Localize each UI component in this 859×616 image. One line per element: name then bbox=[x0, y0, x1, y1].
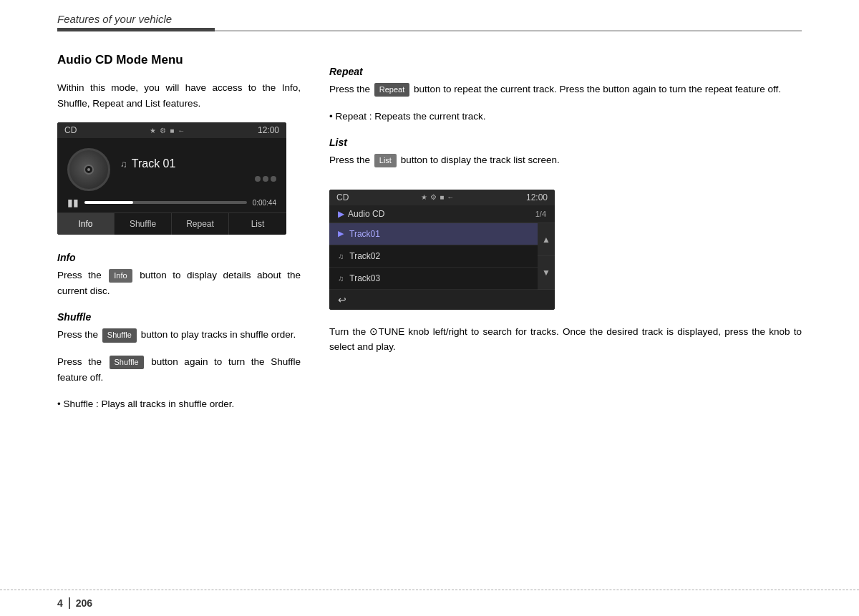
repeat-text1: Press the bbox=[329, 84, 370, 94]
cds-back-bar: ↩ bbox=[329, 290, 555, 310]
header-divider bbox=[57, 28, 802, 31]
repeat-description: Press the Repeat button to repeat the cu… bbox=[329, 82, 802, 97]
tune-text: Turn the ⊙TUNE knob left/right to search… bbox=[329, 324, 802, 355]
intro-text: Within this mode, you will have access t… bbox=[57, 80, 301, 111]
pause-icon: ▮▮ bbox=[67, 197, 79, 208]
section-title: Audio CD Mode Menu bbox=[57, 53, 301, 67]
cds-audio-text: Audio CD bbox=[348, 209, 384, 219]
cds-tracks-list: ▶ Track01 ♫ Track02 ♫ Track03 bbox=[329, 223, 538, 290]
left-column: Audio CD Mode Menu Within this mode, you… bbox=[57, 53, 301, 424]
cds-time: 12:00 bbox=[526, 192, 548, 202]
page-footer: 4 206 bbox=[0, 590, 859, 616]
main-content: Audio CD Mode Menu Within this mode, you… bbox=[0, 31, 859, 452]
cds-note-icon: ♫ bbox=[338, 252, 344, 260]
repeat-badge: Repeat bbox=[374, 83, 409, 97]
cds-label: CD bbox=[336, 192, 349, 202]
page-header: Features of your vehicle bbox=[0, 0, 859, 31]
scroll-down-button[interactable]: ▼ bbox=[538, 256, 555, 290]
cd-progress-fill bbox=[84, 201, 133, 204]
info-description: Press the Info button to display details… bbox=[57, 268, 301, 298]
list-text1: Press the bbox=[329, 155, 370, 165]
repeat-heading: Repeat bbox=[329, 66, 802, 77]
cd-track-label: Track 01 bbox=[132, 157, 176, 170]
list-description: Press the List button to display the tra… bbox=[329, 152, 802, 168]
cds-tracks-area: ▶ Track01 ♫ Track02 ♫ Track03 ▲ ▼ bbox=[329, 223, 555, 290]
cd-time: 12:00 bbox=[258, 125, 279, 135]
cds-track-name: Track02 bbox=[349, 251, 380, 261]
right-column: Repeat Press the Repeat button to repeat… bbox=[329, 53, 802, 424]
cds-track-item[interactable]: ▶ Track01 bbox=[329, 223, 538, 245]
cds-track-item[interactable]: ♫ Track02 bbox=[329, 245, 538, 268]
cds-status-icons: ★ ⚙ ■ ← bbox=[421, 193, 454, 201]
cds-track-name: Track01 bbox=[349, 229, 380, 239]
cd-shuffle-button[interactable]: Shuffle bbox=[115, 213, 172, 235]
shuffle-description1: Press the Shuffle button to play tracks … bbox=[57, 327, 301, 343]
cds-bt-icon: ★ bbox=[421, 193, 427, 201]
arrow-icon: ← bbox=[178, 127, 185, 135]
list-heading: List bbox=[329, 137, 802, 148]
cds-audio-bar: ▶ Audio CD 1/4 bbox=[329, 205, 555, 223]
cds-scrollbar: ▲ ▼ bbox=[538, 223, 555, 290]
info-text1: Press the bbox=[57, 270, 102, 280]
cd-disc-center bbox=[84, 165, 94, 175]
shuffle-badge2: Shuffle bbox=[110, 356, 144, 370]
cd-top-bar: CD ★ ⚙ ■ ← 12:00 bbox=[57, 122, 286, 138]
cds-track-item[interactable]: ♫ Track03 bbox=[329, 268, 538, 290]
header-line-light bbox=[215, 30, 802, 31]
page-title: Features of your vehicle bbox=[57, 13, 802, 28]
cd-progress-bar bbox=[84, 201, 247, 204]
shuffle-badge1: Shuffle bbox=[102, 328, 137, 343]
cd-list-button[interactable]: List bbox=[229, 213, 286, 235]
list-badge: List bbox=[374, 154, 397, 168]
shuffle-heading: Shuffle bbox=[57, 311, 301, 323]
cd-button-bar: Info Shuffle Repeat List bbox=[57, 212, 286, 235]
cds-play-icon: ▶ bbox=[338, 209, 344, 219]
cds-play-icon: ▶ bbox=[338, 229, 344, 238]
settings-icon: ⚙ bbox=[160, 127, 166, 135]
cd-main-area: ♫ Track 01 bbox=[57, 138, 286, 197]
scroll-up-button[interactable]: ▲ bbox=[538, 223, 555, 257]
bluetooth-icon: ★ bbox=[150, 127, 156, 135]
shuffle-text2: button to play tracks in shuffle order. bbox=[141, 329, 296, 340]
signal-icon: ■ bbox=[170, 127, 174, 135]
cds-arr-icon: ← bbox=[447, 193, 454, 201]
shuffle-description2: Press the Shuffle button again to turn t… bbox=[57, 354, 301, 385]
cd-disc-dot bbox=[87, 168, 90, 171]
cd-progress-area: ▮▮ 0:00:44 bbox=[57, 197, 286, 212]
cd-timestamp: 0:00:44 bbox=[253, 199, 276, 207]
cds-track-name: Track03 bbox=[349, 273, 380, 283]
cd-repeat-button[interactable]: Repeat bbox=[172, 213, 229, 235]
cd-label: CD bbox=[64, 125, 77, 135]
footer-chapter: 4 bbox=[57, 597, 70, 609]
cds-set-icon: ⚙ bbox=[430, 193, 437, 201]
header-line-dark bbox=[57, 28, 215, 31]
list-text2: button to display the track list screen. bbox=[401, 155, 560, 165]
repeat-bullet: • Repeat : Repeats the current track. bbox=[329, 109, 802, 124]
cds-top-bar: CD ★ ⚙ ■ ← 12:00 bbox=[329, 190, 555, 205]
shuffle-bullet: • Shuffle : Plays all tracks in shuffle … bbox=[57, 396, 301, 412]
info-badge: Info bbox=[109, 269, 132, 283]
cds-audio-label: ▶ Audio CD bbox=[338, 209, 384, 219]
shuffle-text1: Press the bbox=[57, 329, 98, 340]
cd-track-name: ♫ Track 01 bbox=[120, 157, 276, 170]
info-heading: Info bbox=[57, 252, 301, 263]
cd-screen-list: CD ★ ⚙ ■ ← 12:00 ▶ Audio CD 1/4 bbox=[329, 190, 555, 310]
cd-track-info: ♫ Track 01 bbox=[120, 157, 276, 182]
back-icon[interactable]: ↩ bbox=[338, 294, 346, 305]
cd-disc-graphic bbox=[67, 148, 110, 191]
cds-page: 1/4 bbox=[535, 210, 546, 218]
repeat-text2: button to repeat the current track. Pres… bbox=[414, 84, 781, 94]
shuffle-text3: Press the bbox=[57, 356, 102, 367]
cd-status-icons: ★ ⚙ ■ ← bbox=[150, 127, 185, 135]
cd-info-button[interactable]: Info bbox=[57, 213, 115, 235]
cd-screen-main: CD ★ ⚙ ■ ← 12:00 ♫ Trac bbox=[57, 122, 286, 235]
cds-sig-icon: ■ bbox=[440, 193, 444, 201]
cds-note-icon: ♫ bbox=[338, 274, 344, 283]
footer-page: 206 bbox=[76, 597, 92, 609]
music-note-icon: ♫ bbox=[120, 159, 127, 170]
